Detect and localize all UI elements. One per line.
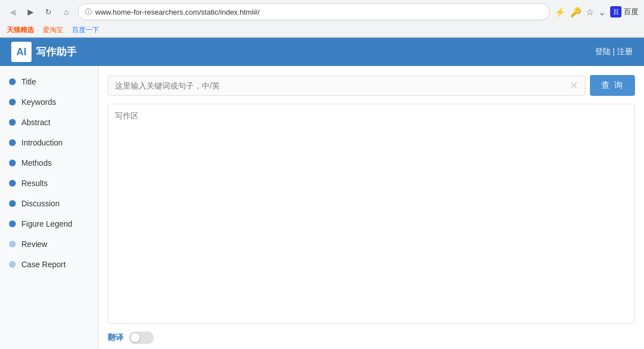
sidebar-label-discussion: Discussion xyxy=(21,199,60,208)
app-container: AI 写作助手 登陆 | 注册 Title Keywords Abstract xyxy=(0,38,644,349)
info-icon: ⓘ xyxy=(85,7,92,17)
app-header: AI 写作助手 登陆 | 注册 xyxy=(0,38,644,66)
bookmark-baidu-label: 百度一下 xyxy=(72,25,99,35)
baidu-label: 百度 xyxy=(624,7,638,17)
bookmark-tianmao[interactable]: 天猫精选 xyxy=(7,25,34,35)
sidebar-label-figure-legend: Figure Legend xyxy=(21,219,72,228)
bookmark-alitb-label: 爱淘宝 xyxy=(43,25,63,35)
bookmark-alitb[interactable]: 爱淘宝 xyxy=(43,25,63,35)
home-button[interactable]: ⌂ xyxy=(60,5,73,19)
sidebar-dot-title xyxy=(9,78,16,85)
sidebar-label-methods: Methods xyxy=(21,158,52,167)
toggle-track xyxy=(129,332,154,344)
translation-row: 翻译 xyxy=(108,332,635,344)
sidebar-dot-results xyxy=(9,180,16,187)
logo-icon: AI xyxy=(11,42,32,62)
sidebar-item-abstract[interactable]: Abstract xyxy=(0,112,98,132)
baidu-logo: 百 xyxy=(610,6,621,17)
sidebar: Title Keywords Abstract Introduction Met… xyxy=(0,66,99,349)
sidebar-label-abstract: Abstract xyxy=(21,118,50,127)
key-icon: 🔑 xyxy=(570,7,581,17)
bookmarks-bar: 天猫精选 爱淘宝 百度一下 xyxy=(0,24,644,37)
sidebar-item-introduction[interactable]: Introduction xyxy=(0,132,98,153)
address-input[interactable] xyxy=(95,8,543,16)
main-area: ✕ 查 询 翻译 xyxy=(99,66,644,349)
back-button[interactable]: ◀ xyxy=(6,5,19,19)
star-icon[interactable]: ☆ xyxy=(586,7,594,17)
sidebar-item-figure-legend[interactable]: Figure Legend xyxy=(0,214,98,234)
login-register[interactable]: 登陆 | 注册 xyxy=(595,47,633,57)
app-logo: AI 写作助手 xyxy=(11,42,77,62)
bookmark-baidu[interactable]: 百度一下 xyxy=(72,25,99,35)
sidebar-dot-discussion xyxy=(9,200,16,207)
sidebar-label-case-report: Case Report xyxy=(21,260,66,269)
sidebar-dot-abstract xyxy=(9,119,16,126)
sidebar-label-results: Results xyxy=(21,179,48,188)
sidebar-item-methods[interactable]: Methods xyxy=(0,153,98,173)
sidebar-item-review[interactable]: Review xyxy=(0,234,98,254)
search-clear-icon[interactable]: ✕ xyxy=(570,81,578,91)
bookmark-tianmao-label: 天猫精选 xyxy=(7,25,34,35)
sidebar-label-title: Title xyxy=(21,77,36,86)
search-container: ✕ 查 询 xyxy=(108,75,635,96)
toggle-thumb xyxy=(131,333,140,342)
sidebar-label-introduction: Introduction xyxy=(21,138,63,147)
app-content: Title Keywords Abstract Introduction Met… xyxy=(0,66,644,349)
sidebar-dot-methods xyxy=(9,160,16,166)
search-input[interactable] xyxy=(115,81,565,90)
browser-right-icons: ⚡ 🔑 ☆ ⌄ 百 百度 xyxy=(554,6,638,17)
refresh-button[interactable]: ↻ xyxy=(42,5,55,19)
sidebar-dot-keywords xyxy=(9,99,16,105)
sidebar-label-keywords: Keywords xyxy=(21,98,56,107)
chevron-down-icon[interactable]: ⌄ xyxy=(598,7,606,17)
sidebar-item-case-report[interactable]: Case Report xyxy=(0,254,98,275)
sidebar-dot-review xyxy=(9,241,16,248)
sidebar-label-review: Review xyxy=(21,240,47,249)
sidebar-dot-case-report xyxy=(9,261,16,268)
baidu-button[interactable]: 百 百度 xyxy=(610,6,638,17)
sidebar-item-discussion[interactable]: Discussion xyxy=(0,193,98,214)
forward-button[interactable]: ▶ xyxy=(24,5,37,19)
address-bar-container: ⓘ xyxy=(78,3,550,20)
writing-area[interactable] xyxy=(108,104,635,324)
browser-toolbar: ◀ ▶ ↻ ⌂ ⓘ ⚡ 🔑 ☆ ⌄ 百 百度 xyxy=(0,0,644,24)
app-name: 写作助手 xyxy=(36,45,77,59)
translation-label: 翻译 xyxy=(108,333,123,343)
lightning-icon: ⚡ xyxy=(554,7,566,17)
sidebar-item-results[interactable]: Results xyxy=(0,173,98,193)
sidebar-dot-figure-legend xyxy=(9,220,16,227)
sidebar-dot-introduction xyxy=(9,139,16,146)
search-button[interactable]: 查 询 xyxy=(590,75,635,96)
sidebar-item-keywords[interactable]: Keywords xyxy=(0,92,98,112)
search-input-wrapper: ✕ xyxy=(108,76,585,96)
logo-ai-text: AI xyxy=(16,46,26,58)
sidebar-item-title[interactable]: Title xyxy=(0,72,98,92)
browser-chrome: ◀ ▶ ↻ ⌂ ⓘ ⚡ 🔑 ☆ ⌄ 百 百度 天猫精选 爱淘宝 百度一下 xyxy=(0,0,644,38)
translation-toggle[interactable] xyxy=(129,332,154,344)
